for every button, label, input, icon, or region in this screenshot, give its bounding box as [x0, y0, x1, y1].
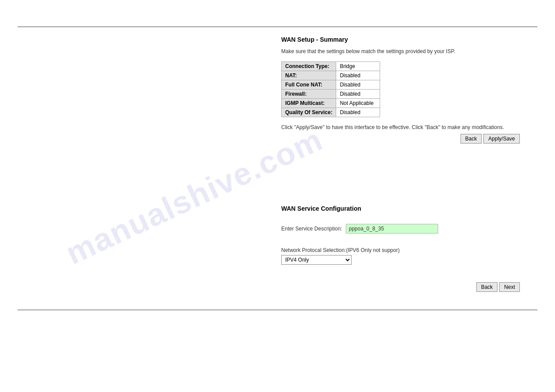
table-cell-label: Firewall:: [282, 90, 336, 99]
wan-service-title: WAN Service Configuration: [281, 205, 520, 212]
service-back-button[interactable]: Back: [476, 282, 498, 292]
table-cell-value: Not Applicable: [336, 99, 380, 108]
table-cell-value: Disabled: [336, 108, 380, 117]
table-row: Firewall:Disabled: [282, 90, 380, 99]
service-button-row: Back Next: [281, 282, 520, 301]
table-cell-label: Full Cone NAT:: [282, 80, 336, 90]
table-row: Full Cone NAT:Disabled: [282, 80, 380, 90]
service-description-label: Enter Service Description:: [281, 226, 342, 232]
table-cell-value: Bridge: [336, 62, 380, 71]
service-description-input[interactable]: [346, 224, 438, 234]
summary-button-row: Back Apply/Save: [281, 134, 520, 144]
service-next-button[interactable]: Next: [499, 282, 520, 292]
table-cell-label: Connection Type:: [282, 62, 336, 71]
network-protocol-select[interactable]: IPV4 Only IPV6 Only IPV4 and IPV6: [281, 255, 352, 265]
summary-back-button[interactable]: Back: [461, 134, 482, 144]
table-row: NAT:Disabled: [282, 71, 380, 80]
table-cell-value: Disabled: [336, 71, 380, 80]
bottom-border: [18, 309, 537, 310]
table-cell-label: NAT:: [282, 71, 336, 80]
wan-summary-title: WAN Setup - Summary: [281, 36, 520, 43]
wan-service-section: WAN Service Configuration Enter Service …: [281, 205, 520, 301]
table-cell-value: Disabled: [336, 80, 380, 90]
wan-summary-description: Make sure that the settings below match …: [281, 48, 520, 54]
apply-save-button[interactable]: Apply/Save: [483, 134, 520, 144]
click-instruction-text: Click "Apply/Save" to have this interfac…: [281, 124, 520, 130]
table-row: Connection Type:Bridge: [282, 62, 380, 71]
table-row: Quality Of Service:Disabled: [282, 108, 380, 117]
service-description-row: Enter Service Description:: [281, 224, 520, 234]
table-cell-value: Disabled: [336, 90, 380, 99]
table-cell-label: IGMP Multicast:: [282, 99, 336, 108]
network-protocol-label: Network Protocal Selection:(IPV6 Only no…: [281, 247, 520, 253]
table-row: IGMP Multicast:Not Applicable: [282, 99, 380, 108]
spacer: [281, 152, 520, 205]
wan-summary-section: WAN Setup - Summary Make sure that the s…: [281, 36, 520, 144]
main-content: WAN Setup - Summary Make sure that the s…: [264, 27, 537, 309]
table-cell-label: Quality Of Service:: [282, 108, 336, 117]
summary-table: Connection Type:BridgeNAT:DisabledFull C…: [281, 61, 380, 117]
network-protocol-group: Network Protocal Selection:(IPV6 Only no…: [281, 247, 520, 265]
